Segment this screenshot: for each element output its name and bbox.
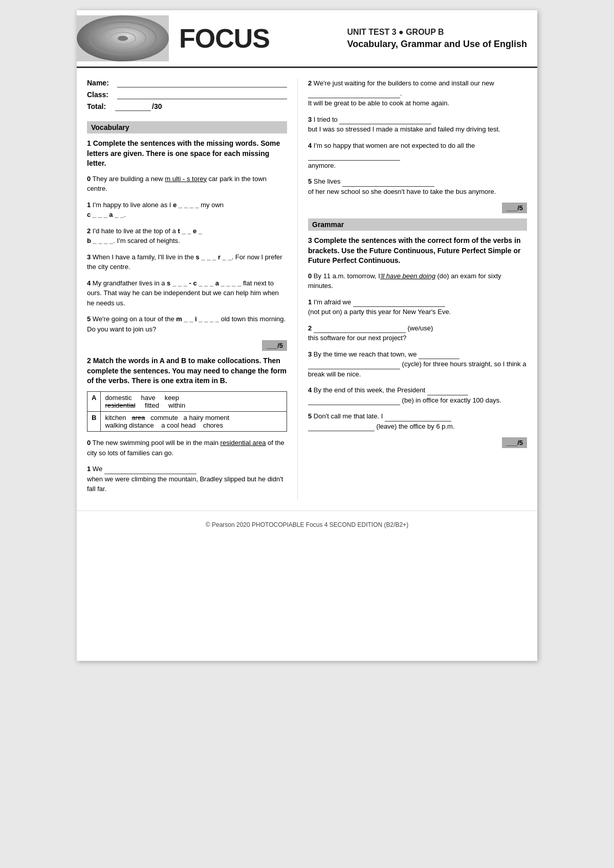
- item-num: 2: [308, 324, 312, 332]
- class-field-row: Class:: [87, 90, 287, 99]
- ex1-item-2: 2 I'd hate to live at the top of a t _ _…: [87, 226, 287, 246]
- blank-field: [419, 352, 459, 359]
- blank-word: t _ _ e _: [178, 227, 202, 235]
- ex2-item-1: 1 We when we were climbing the mountain,…: [87, 464, 287, 494]
- score-ex1: ___/5: [87, 340, 287, 351]
- body: Name: Class: Total: /30 Vocabulary 1 Com…: [77, 68, 537, 500]
- blank-field-2: [308, 362, 400, 369]
- ex3-title: 3 Complete the sentences with the correc…: [308, 236, 527, 266]
- header: FOCUS UNIT TEST 3 ● GROUP B Vocabulary, …: [77, 10, 537, 68]
- item-num: 0: [87, 439, 91, 447]
- ex1-item-1: 1 I'm happy to live alone as I e _ _ _ _…: [87, 200, 287, 220]
- row-b-content: kitchen area commute a hairy moment walk…: [101, 412, 287, 432]
- score-ex3: ___/5: [308, 437, 527, 448]
- answer-underline: residential area: [221, 439, 266, 447]
- item-num: 3: [87, 253, 91, 261]
- ex3-item-1: 1 I'm afraid we (not put on) a party thi…: [308, 297, 527, 317]
- ex2-title: 2 Match the words in A and B to make col…: [87, 356, 287, 386]
- ex2-right-item-5: 5 She lives of her new school so she doe…: [308, 176, 527, 196]
- answer-text: m ulti - s torey: [165, 175, 207, 183]
- name-field-row: Name:: [87, 78, 287, 87]
- row-a-header: A: [87, 392, 101, 412]
- row-a-content: domestic have keep residential fitted wi…: [101, 392, 287, 412]
- blank-field-2: [308, 398, 400, 405]
- blank-field: [308, 153, 400, 161]
- blank-field: [385, 414, 451, 421]
- logo-text: FOCUS: [179, 23, 270, 54]
- item-num: 4: [308, 142, 312, 149]
- logo-container: [77, 15, 169, 61]
- ex3-item-3: 3 By the time we reach that town, we (cy…: [308, 349, 527, 380]
- blank-field: [342, 180, 434, 187]
- match-table: A domestic have keep residential fitted …: [87, 391, 287, 432]
- item-num: 1: [87, 465, 91, 473]
- item-num: 5: [308, 412, 312, 420]
- item-num: 2: [87, 227, 91, 235]
- item-num: 1: [87, 201, 91, 209]
- item-num: 3: [308, 116, 312, 123]
- item-num: 0: [87, 175, 91, 183]
- score-ex2: ___/5: [308, 203, 527, 213]
- item-num: 2: [308, 79, 312, 87]
- item-num: 4: [308, 386, 312, 394]
- blank-word: m _ _ i _ _ _ _: [176, 315, 219, 323]
- blank-field: [427, 388, 468, 395]
- item-num: 3: [308, 350, 312, 358]
- footer-text: © Pearson 2020 PHOTOCOPIABLE Focus 4 SEC…: [206, 521, 408, 528]
- answer-text: 'll have been doing: [380, 272, 435, 280]
- item-num: 1: [308, 298, 312, 306]
- score-badge-2: ___/5: [502, 203, 527, 213]
- ex1-item-3: 3 When I have a family, I'll live in the…: [87, 252, 287, 272]
- blank-word: s _ _ _ - c _ _ _ a _ _ _ _: [167, 279, 241, 287]
- total-box: [115, 102, 151, 111]
- blank-word: e _ _ _ _: [173, 201, 199, 209]
- ex1-title: 1 Complete the sentences with the missin…: [87, 139, 287, 169]
- ex2-right-item-2: 2 We're just waiting for the builders to…: [308, 78, 527, 108]
- blank-word-2: c _ _ _ a _ _: [87, 211, 124, 218]
- blank-word: s _ _ _ r _ _: [196, 253, 232, 261]
- row-b-header: B: [87, 412, 101, 432]
- page: FOCUS UNIT TEST 3 ● GROUP B Vocabulary, …: [77, 10, 537, 661]
- ex2-right-item-4: 4 I'm so happy that women are not expect…: [308, 141, 527, 171]
- student-fields: Name: Class: Total: /30: [87, 78, 287, 111]
- ex2-item-0: 0 The new swimming pool will be in the m…: [87, 438, 287, 458]
- total-field-row: Total: /30: [87, 102, 287, 111]
- strikethrough-area: area: [131, 414, 145, 421]
- item-num: 5: [87, 315, 91, 323]
- ex2-right-item-3: 3 I tried to but I was so stressed I mad…: [308, 115, 527, 135]
- vocabulary-section-header: Vocabulary: [87, 121, 287, 133]
- score-badge-3: ___/5: [502, 437, 527, 448]
- total-value: /30: [152, 102, 162, 110]
- item-num: 0: [308, 272, 312, 280]
- blank-field: [353, 300, 445, 307]
- unit-title: UNIT TEST 3 ● GROUP B: [347, 28, 527, 37]
- ex1-item-0: 0 They are building a new m ulti - s tor…: [87, 174, 287, 194]
- ex3-item-4: 4 By the end of this week, the President…: [308, 385, 527, 405]
- total-label: Total:: [87, 102, 115, 110]
- blank-word-2: b _ _ _ _: [87, 237, 113, 244]
- blank-field: [314, 326, 406, 333]
- ex3-item-0: 0 By 11 a.m. tomorrow, I'll have been do…: [308, 271, 527, 291]
- grammar-section-header: Grammar: [308, 218, 527, 231]
- left-column: Name: Class: Total: /30 Vocabulary 1 Com…: [77, 78, 298, 500]
- blank-field-2: [308, 424, 375, 431]
- table-row-b: B kitchen area commute a hairy moment wa…: [87, 412, 287, 432]
- logo-graphic: [77, 15, 169, 61]
- class-line: [117, 90, 287, 99]
- strikethrough-word: residential: [105, 402, 135, 409]
- table-row-a: A domestic have keep residential fitted …: [87, 392, 287, 412]
- ex1-item-4: 4 My grandfather lives in a s _ _ _ - c …: [87, 278, 287, 308]
- name-label: Name:: [87, 79, 115, 87]
- item-num: 4: [87, 279, 91, 287]
- svg-point-4: [118, 36, 128, 41]
- class-label: Class:: [87, 91, 115, 99]
- ex3-item-2: 2 (we/use) this software for our next pr…: [308, 323, 527, 343]
- blank-field: [104, 467, 196, 474]
- ex1-item-5: 5 We're going on a tour of the m _ _ i _…: [87, 314, 287, 334]
- ex3-item-5: 5 Don't call me that late. I (leave) the…: [308, 411, 527, 431]
- name-line: [117, 78, 287, 87]
- unit-subtitle: Vocabulary, Grammar and Use of English: [347, 39, 527, 50]
- item-num: 5: [308, 177, 312, 185]
- right-column: 2 We're just waiting for the builders to…: [298, 78, 537, 500]
- blank-field: [339, 117, 431, 124]
